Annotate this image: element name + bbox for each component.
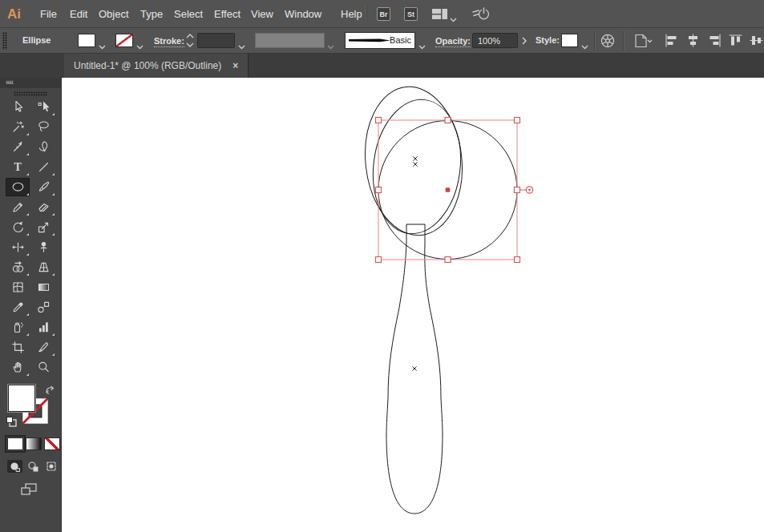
menu-window[interactable]: Window — [285, 0, 321, 28]
document-tab[interactable]: Untitled-1* @ 100% (RGB/Outline) × — [64, 54, 249, 78]
selection-handle[interactable] — [445, 257, 451, 263]
swap-fill-stroke-icon[interactable] — [44, 384, 55, 398]
stroke-weight-stepper[interactable] — [185, 32, 195, 52]
column-graph-tool-icon — [37, 320, 51, 334]
magic-wand-tool[interactable] — [6, 118, 30, 136]
stroke-weight-field[interactable] — [197, 33, 235, 48]
fill-color-swatch[interactable] — [78, 34, 95, 47]
vertical-align-center-button[interactable] — [750, 34, 764, 48]
slice-tool[interactable] — [31, 338, 55, 357]
ellipse-tool-icon — [11, 180, 25, 194]
ellipse-tool[interactable] — [6, 178, 30, 196]
fill-swatch-indicator[interactable] — [8, 385, 35, 412]
artwork-ellipse-path[interactable] — [358, 82, 470, 240]
menu-edit[interactable]: Edit — [70, 0, 87, 28]
stroke-chevron-icon[interactable] — [136, 38, 144, 53]
fill-chevron-icon[interactable] — [99, 38, 106, 53]
lasso-tool[interactable] — [31, 118, 55, 136]
direct-selection-tool[interactable] — [31, 98, 55, 116]
menu-file[interactable]: File — [40, 0, 57, 28]
vertical-align-top-button[interactable] — [729, 34, 744, 48]
symbol-sprayer-tool[interactable] — [6, 318, 30, 337]
draw-behind-mode-button[interactable] — [26, 460, 41, 473]
rotate-tool[interactable] — [6, 218, 30, 236]
menu-help[interactable]: Help — [341, 0, 362, 28]
horizontal-align-left-button[interactable] — [665, 34, 680, 48]
menu-effect[interactable]: Effect — [214, 0, 241, 28]
change-screen-mode-button[interactable] — [20, 482, 38, 497]
draw-inside-mode-icon — [46, 461, 58, 473]
recolor-artwork-icon[interactable] — [600, 33, 616, 52]
stroke-weight-link[interactable]: Stroke: — [154, 35, 184, 47]
none-button[interactable] — [44, 437, 60, 450]
style-chevron-icon[interactable] — [581, 38, 588, 53]
width-tool[interactable] — [6, 238, 30, 256]
menu-view[interactable]: View — [251, 0, 273, 28]
eraser-tool[interactable] — [31, 198, 55, 216]
stroke-weight-chevron-icon[interactable] — [238, 38, 245, 53]
artwork-ellipse-path[interactable] — [366, 95, 468, 239]
panel-grip[interactable] — [2, 32, 7, 50]
style-swatch[interactable] — [561, 34, 578, 47]
type-tool[interactable]: T — [6, 158, 30, 176]
stroke-color-swatch[interactable] — [115, 34, 133, 47]
puppet-warp-tool[interactable] — [31, 238, 55, 256]
selection-handle[interactable] — [376, 187, 382, 193]
brush-definition-dropdown[interactable]: Basic — [345, 32, 415, 49]
menu-type[interactable]: Type — [140, 0, 163, 28]
pen-tool[interactable] — [6, 138, 30, 156]
isolate-object-icon[interactable] — [633, 33, 654, 52]
stock-button[interactable]: St — [404, 7, 418, 21]
zoom-tool[interactable] — [31, 358, 55, 377]
default-fill-stroke-icon[interactable] — [6, 416, 18, 431]
selection-center-point[interactable] — [446, 187, 451, 192]
workspace-switcher-icon[interactable] — [431, 8, 448, 23]
bridge-button[interactable]: Br — [377, 7, 390, 21]
hand-tool[interactable] — [6, 358, 30, 377]
line-segment-tool[interactable] — [31, 158, 55, 176]
opacity-link[interactable]: Opacity: — [435, 35, 471, 47]
blend-tool[interactable] — [31, 298, 55, 316]
mesh-tool[interactable] — [6, 278, 30, 296]
selection-handle[interactable] — [445, 118, 451, 123]
draw-inside-mode-button[interactable] — [44, 460, 59, 473]
scale-tool[interactable] — [31, 218, 55, 236]
paintbrush-tool[interactable] — [31, 178, 55, 196]
curvature-tool[interactable] — [31, 138, 55, 156]
pencil-tool[interactable] — [6, 198, 30, 216]
gradient-button[interactable] — [26, 437, 42, 450]
symbol-sprayer-tool-icon — [11, 320, 25, 334]
collapse-panel-button[interactable]: «« — [0, 78, 61, 88]
opacity-expand-button[interactable] — [521, 34, 528, 49]
draw-normal-mode-button[interactable] — [7, 460, 22, 473]
selection-handle[interactable] — [515, 187, 520, 193]
artboard-canvas[interactable] — [62, 78, 764, 532]
color-button[interactable] — [7, 437, 23, 450]
tools-panel-grip[interactable] — [14, 91, 47, 96]
artboard-tool[interactable] — [6, 338, 30, 357]
tab-close-icon[interactable]: × — [232, 60, 238, 71]
shape-builder-tool[interactable] — [6, 258, 30, 276]
canvas-svg[interactable] — [62, 78, 764, 532]
opacity-field[interactable]: 100% — [472, 33, 518, 48]
menu-object[interactable]: Object — [99, 0, 129, 28]
gpu-performance-icon[interactable] — [471, 6, 491, 25]
horizontal-align-right-button[interactable] — [708, 34, 723, 48]
perspective-grid-tool[interactable] — [31, 258, 55, 276]
horizontal-align-center-button[interactable] — [686, 34, 701, 48]
selection-tool[interactable] — [6, 98, 30, 116]
selection-handle[interactable] — [515, 118, 520, 123]
eyedropper-tool[interactable] — [6, 298, 30, 316]
gradient-tool[interactable] — [31, 278, 55, 296]
column-graph-tool[interactable] — [31, 318, 55, 337]
selection-handle[interactable] — [376, 118, 382, 123]
fill-stroke-block — [0, 383, 61, 433]
color-type-row — [7, 437, 61, 450]
workspace-chevron-icon[interactable] — [450, 11, 457, 26]
selection-handle[interactable] — [376, 257, 382, 263]
brush-chevron-icon[interactable] — [418, 38, 426, 53]
selection-handle[interactable] — [515, 257, 520, 263]
magic-wand-tool-icon — [11, 120, 25, 134]
menu-select[interactable]: Select — [174, 0, 203, 28]
blend-tool-icon — [37, 300, 51, 314]
